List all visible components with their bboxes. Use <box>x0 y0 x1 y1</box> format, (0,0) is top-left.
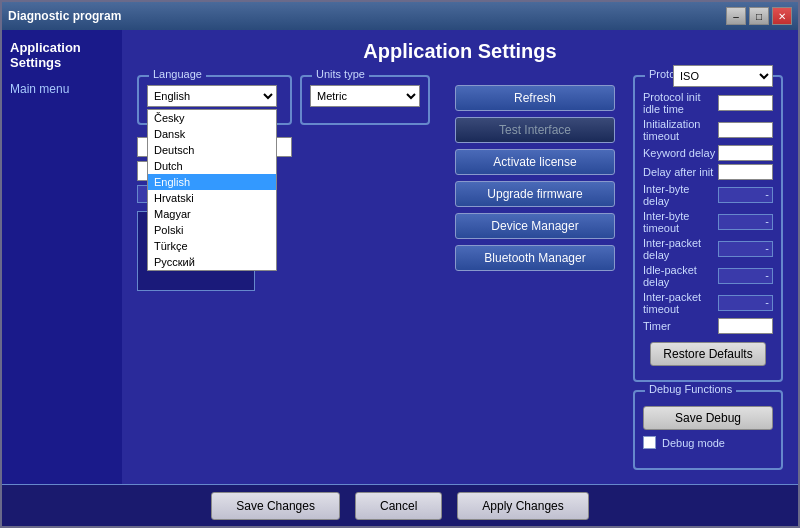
debug-mode-row: Debug mode <box>643 436 773 449</box>
protocol-field-2[interactable] <box>718 145 773 161</box>
protocol-row-5: Inter-byte timeout - <box>643 210 773 234</box>
protocol-label-6: Inter-packet delay <box>643 237 718 261</box>
units-select[interactable]: Metric Imperial <box>310 85 420 107</box>
test-interface-button[interactable]: Test Interface <box>455 117 615 143</box>
apply-changes-button[interactable]: Apply Changes <box>457 492 588 520</box>
protocol-label-4: Inter-byte delay <box>643 183 718 207</box>
protocol-field-4: - <box>718 187 773 203</box>
sidebar-item-application-settings[interactable]: Application Settings <box>10 40 114 70</box>
debug-panel-title: Debug Functions <box>645 383 736 395</box>
maximize-button[interactable]: □ <box>749 7 769 25</box>
bottom-bar: Save Changes Cancel Apply Changes <box>2 484 798 526</box>
main-window: Diagnostic program – □ ✕ Application Set… <box>0 0 800 528</box>
protocol-fields: Protocol init idle time Initialization t… <box>643 91 773 334</box>
restore-defaults-button[interactable]: Restore Defaults <box>650 342 765 366</box>
device-manager-button[interactable]: Device Manager <box>455 213 615 239</box>
protocol-label-3: Delay after init <box>643 166 718 178</box>
protocol-label-2: Keyword delay <box>643 147 718 159</box>
language-select[interactable]: English <box>147 85 277 107</box>
protocol-panel: Protocol settings ISO CAN KWP Protocol i… <box>633 75 783 382</box>
upgrade-firmware-button[interactable]: Upgrade firmware <box>455 181 615 207</box>
protocol-label-1: Initialization timeout <box>643 118 718 142</box>
units-panel-title: Units type <box>312 68 369 80</box>
lang-option-turkce[interactable]: Türkçe <box>148 238 276 254</box>
protocol-field-8: - <box>718 295 773 311</box>
lang-option-english[interactable]: English <box>148 174 276 190</box>
protocol-field-1[interactable] <box>718 122 773 138</box>
sidebar: Application Settings Main menu <box>2 30 122 484</box>
protocol-label-7: Idle-packet delay <box>643 264 718 288</box>
lang-option-dutch[interactable]: Dutch <box>148 158 276 174</box>
bluetooth-manager-button[interactable]: Bluetooth Manager <box>455 245 615 271</box>
page-title: Application Settings <box>137 40 783 63</box>
protocol-row-1: Initialization timeout <box>643 118 773 142</box>
middle-column: Refresh Test Interface Activate license … <box>445 75 625 459</box>
language-panel-title: Language <box>149 68 206 80</box>
protocol-row-6: Inter-packet delay - <box>643 237 773 261</box>
protocol-field-5: - <box>718 214 773 230</box>
lang-option-russian[interactable]: Русский <box>148 254 276 270</box>
protocol-select[interactable]: ISO CAN KWP <box>673 65 773 87</box>
refresh-button[interactable]: Refresh <box>455 85 615 111</box>
debug-panel: Debug Functions Save Debug Debug mode <box>633 390 783 470</box>
cancel-button[interactable]: Cancel <box>355 492 442 520</box>
protocol-row-8: Inter-packet timeout - <box>643 291 773 315</box>
protocol-label-5: Inter-byte timeout <box>643 210 718 234</box>
save-changes-button[interactable]: Save Changes <box>211 492 340 520</box>
save-debug-button[interactable]: Save Debug <box>643 406 773 430</box>
lang-option-dansk[interactable]: Dansk <box>148 126 276 142</box>
protocol-row-7: Idle-packet delay - <box>643 264 773 288</box>
protocol-field-6: - <box>718 241 773 257</box>
activate-license-button[interactable]: Activate license <box>455 149 615 175</box>
protocol-row-0: Protocol init idle time <box>643 91 773 115</box>
right-column: Protocol settings ISO CAN KWP Protocol i… <box>633 75 783 459</box>
protocol-label-8: Inter-packet timeout <box>643 291 718 315</box>
close-button[interactable]: ✕ <box>772 7 792 25</box>
lang-option-polski[interactable]: Polski <box>148 222 276 238</box>
units-panel: Units type Metric Imperial <box>300 75 430 125</box>
protocol-field-3[interactable] <box>718 164 773 180</box>
debug-mode-label: Debug mode <box>662 437 725 449</box>
sidebar-item-main-menu[interactable]: Main menu <box>10 80 114 98</box>
protocol-label-0: Protocol init idle time <box>643 91 718 115</box>
protocol-field-0[interactable] <box>718 95 773 111</box>
language-panel: Language English Česky Dansk Deutsch Dut… <box>137 75 292 125</box>
content-area: Application Settings Main menu Applicati… <box>2 30 798 484</box>
lang-option-deutsch[interactable]: Deutsch <box>148 142 276 158</box>
minimize-button[interactable]: – <box>726 7 746 25</box>
protocol-row-4: Inter-byte delay - <box>643 183 773 207</box>
title-bar: Diagnostic program – □ ✕ <box>2 2 798 30</box>
lang-option-cesky[interactable]: Česky <box>148 110 276 126</box>
language-dropdown[interactable]: Česky Dansk Deutsch Dutch English Hrvats… <box>147 109 277 271</box>
protocol-row-2: Keyword delay <box>643 145 773 161</box>
window-controls: – □ ✕ <box>726 7 792 25</box>
protocol-row-9: Timer <box>643 318 773 334</box>
protocol-row-3: Delay after init <box>643 164 773 180</box>
protocol-field-9[interactable] <box>718 318 773 334</box>
lang-option-magyar[interactable]: Magyar <box>148 206 276 222</box>
protocol-field-7: - <box>718 268 773 284</box>
protocol-label-9: Timer <box>643 320 718 332</box>
window-title: Diagnostic program <box>8 9 121 23</box>
lang-option-hrvatski[interactable]: Hrvatski <box>148 190 276 206</box>
debug-mode-checkbox[interactable] <box>643 436 656 449</box>
main-area: Application Settings Language English <box>122 30 798 484</box>
